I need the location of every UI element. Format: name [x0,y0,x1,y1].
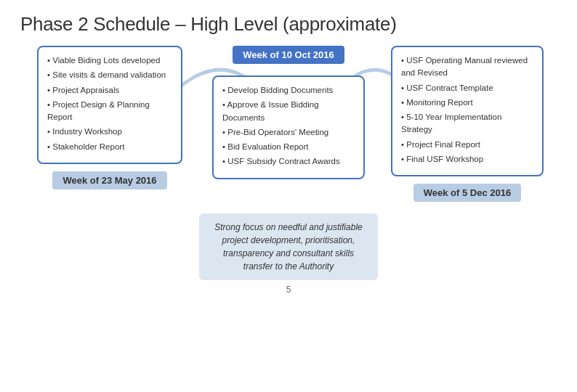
page-number: 5 [20,285,557,295]
right-week-badge: Week of 5 Dec 2016 [413,184,521,202]
center-week-badge: Week of 10 Oct 2016 [233,46,344,64]
list-item: Develop Bidding Documents [222,84,355,97]
right-items: USF Operating Manual reviewed and Revise… [401,54,533,166]
list-item: Industry Workshop [47,126,172,138]
list-item: Project Appraisals [47,84,172,97]
center-box: Develop Bidding Documents Approve & Issu… [212,75,365,179]
list-item: Pre-Bid Operators' Meeting [222,126,355,139]
list-item: Stakeholder Report [47,141,172,153]
left-items: Viable Biding Lots developed Site visits… [47,54,172,153]
right-box: USF Operating Manual reviewed and Revise… [391,46,544,176]
page-title: Phase 2 Schedule – High Level (approxima… [20,13,557,36]
list-item: Bid Evaluation Report [222,141,355,153]
list-item: USF Subsidy Contract Awards [222,155,355,168]
italic-text-box: Strong focus on needful and justifiable … [199,213,378,280]
list-item: USF Contract Template [401,82,533,94]
list-item: Site visits & demand validation [47,69,172,81]
list-item: Viable Biding Lots developed [47,54,172,67]
left-column: Viable Biding Lots developed Site visits… [20,46,199,195]
columns-wrapper: Viable Biding Lots developed Site visits… [20,46,557,208]
list-item: USF Operating Manual reviewed and Revise… [401,54,533,80]
list-item: Project Design & Planning Report [47,99,172,124]
center-column: Week of 10 Oct 2016 Develop Bidding Docu… [199,46,378,179]
center-items: Develop Bidding Documents Approve & Issu… [222,84,355,168]
list-item: Final USF Workshop [401,153,533,166]
list-item: Approve & Issue Bidding Documents [222,99,355,124]
list-item: 5-10 Year Implementation Strategy [401,111,533,136]
list-item: Project Final Report [401,139,533,151]
left-box: Viable Biding Lots developed Site visits… [37,46,182,164]
page: Phase 2 Schedule – High Level (approxima… [0,0,577,392]
right-column: USF Operating Manual reviewed and Revise… [378,46,557,208]
list-item: Monitoring Report [401,97,533,109]
left-week-badge: Week of 23 May 2016 [52,171,166,189]
